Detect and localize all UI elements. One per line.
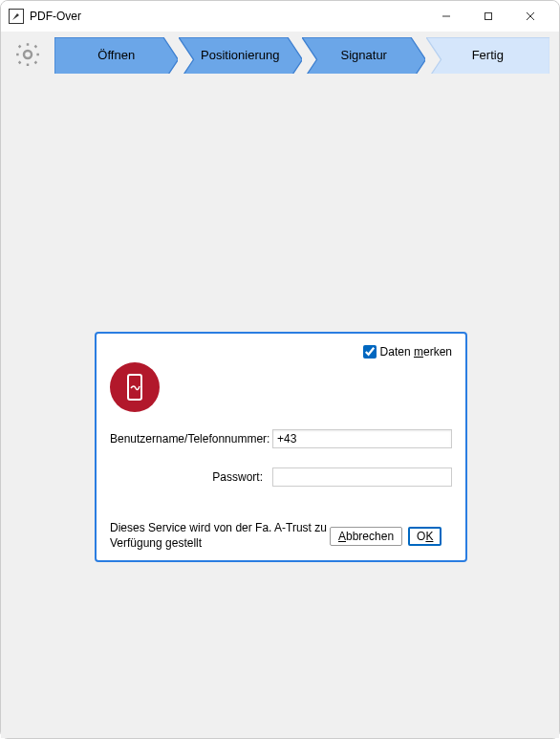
logo-row [110,362,452,412]
window-title: PDF-Over [30,10,425,23]
ok-button[interactable]: OK [408,527,442,546]
remember-label: Daten merken [380,345,452,359]
username-label: Benutzername/Telefonnummer: [110,432,272,446]
password-input[interactable] [272,467,452,487]
step-label: Öffnen [97,48,135,62]
button-group: Abbrechen OK [330,527,442,546]
handy-signatur-logo [110,362,160,412]
panel-bottom: Dieses Service wird von der Fa. A-Trust … [110,521,452,551]
step-label: Positionierung [201,48,279,62]
password-row: Passwort: [110,467,452,487]
step-positioning[interactable]: Positionierung [179,37,303,72]
svg-point-4 [24,51,32,58]
minimize-button[interactable] [425,2,467,31]
stepper: Öffnen Positionierung Signatur [54,37,549,72]
cancel-button[interactable]: Abbrechen [330,527,402,546]
gear-icon[interactable] [11,37,45,72]
service-text: Dieses Service wird von der Fa. A-Trust … [110,521,330,551]
content-area: Öffnen Positionierung Signatur [1,32,559,738]
step-label: Fertig [472,48,504,62]
panel-top: Daten merken [110,345,452,359]
step-label: Signatur [341,48,387,62]
stepper-row: Öffnen Positionierung Signatur [1,32,559,74]
svg-rect-1 [485,13,492,20]
username-row: Benutzername/Telefonnummer: [110,429,452,448]
titlebar: PDF-Over [1,1,559,32]
maximize-button[interactable] [467,2,509,31]
window-controls [425,2,551,31]
step-done[interactable]: Fertig [426,37,550,72]
remember-checkbox[interactable]: Daten merken [363,345,452,359]
username-input[interactable] [272,429,452,448]
step-open[interactable]: Öffnen [54,37,179,72]
main-area: Daten merken Benutzername/Telefonnummer: [1,74,559,738]
signin-panel: Daten merken Benutzername/Telefonnummer: [95,332,467,562]
step-signature[interactable]: Signatur [302,37,426,72]
password-label: Passwort: [110,470,272,484]
close-button[interactable] [509,2,551,31]
remember-checkbox-input[interactable] [363,345,377,359]
app-icon [9,9,24,24]
app-window: PDF-Over [0,0,560,739]
